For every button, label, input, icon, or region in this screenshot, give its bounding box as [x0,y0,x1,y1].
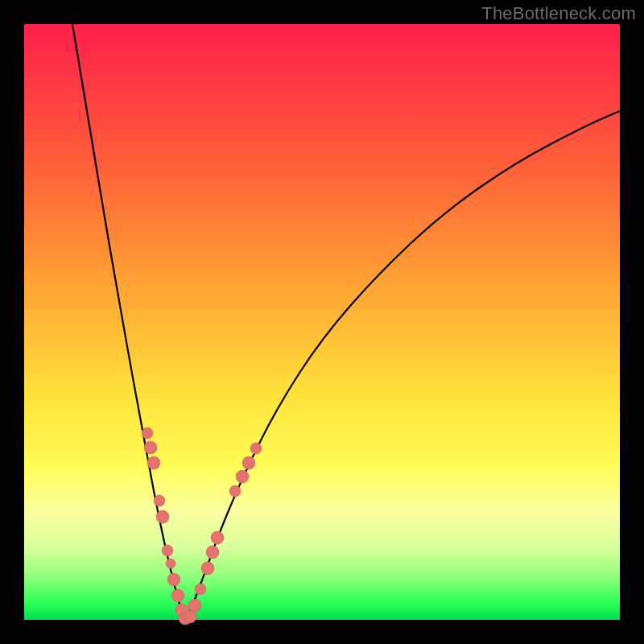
data-marker [171,589,184,602]
data-marker [162,545,173,556]
curve-group [72,24,620,618]
data-marker [206,546,219,559]
data-marker [184,610,196,623]
data-marker [188,599,201,612]
data-marker [144,441,157,454]
marker-group [142,427,262,625]
data-marker [167,573,180,586]
data-marker [154,495,165,506]
data-marker [195,584,206,595]
data-marker [236,470,249,483]
chart-svg [24,24,620,620]
data-marker [229,485,241,497]
data-marker [211,531,224,544]
chart-frame: TheBottleneck.com [0,0,644,644]
chart-plot-area [24,24,620,620]
watermark-text: TheBottleneck.com [481,3,636,24]
data-marker [142,427,153,439]
curve-right-branch [187,111,620,618]
data-marker [201,562,214,575]
data-marker [242,456,255,469]
data-marker [147,456,160,469]
data-marker [166,559,175,568]
data-marker [250,443,262,454]
data-marker [156,510,169,523]
curve-left-branch [72,24,184,618]
